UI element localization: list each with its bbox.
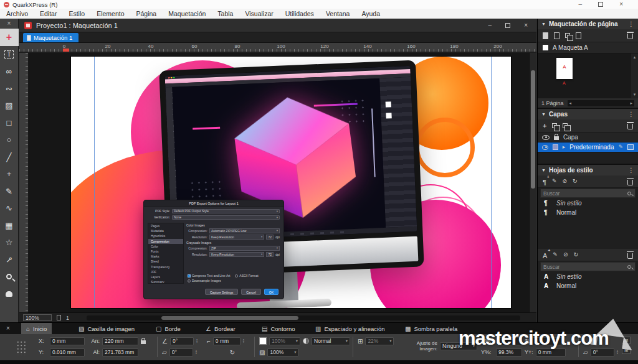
tab-maquetacion-1[interactable]: Maquetación 1 bbox=[23, 33, 79, 42]
scale-dropdown[interactable]: 22%▾ bbox=[365, 337, 394, 345]
minimize-button[interactable]: – bbox=[579, 1, 583, 7]
tab-bordear[interactable]: ∠Bordear bbox=[201, 323, 240, 334]
character-style-search[interactable] bbox=[540, 262, 636, 271]
spinner[interactable]: ▴▾ bbox=[196, 338, 198, 344]
freehand-tool[interactable]: ∿ bbox=[0, 200, 19, 217]
merge-layer-icon[interactable] bbox=[563, 123, 568, 128]
edit-style-icon[interactable]: ✎ bbox=[552, 178, 557, 185]
menu-visualizar[interactable]: Visualizar bbox=[245, 10, 273, 17]
layer-select-icon[interactable] bbox=[627, 144, 634, 150]
doc-minimize-button[interactable]: – bbox=[488, 22, 492, 29]
rotation-field[interactable] bbox=[170, 337, 194, 345]
maximize-button[interactable] bbox=[598, 2, 603, 7]
text-tool[interactable]: T bbox=[0, 46, 19, 63]
blend-mode-dropdown[interactable]: Normal▾ bbox=[312, 337, 350, 345]
pasteboard[interactable]: PDF Export Options for Layout 1 PDF Styl… bbox=[29, 53, 529, 312]
menu-ayuda[interactable]: Ayuda bbox=[361, 10, 380, 17]
panel-menu-icon[interactable]: ⋮ bbox=[628, 167, 634, 174]
menu-elemento[interactable]: Elemento bbox=[97, 10, 124, 17]
y-field[interactable] bbox=[50, 348, 85, 357]
starburst-tool[interactable]: ☆ bbox=[0, 234, 19, 251]
tools-close-icon[interactable]: × bbox=[7, 19, 11, 29]
collapse-icon[interactable]: ▼ bbox=[541, 112, 546, 116]
trash-icon[interactable] bbox=[627, 253, 633, 259]
zoom-tool[interactable] bbox=[0, 268, 19, 286]
tab-borde[interactable]: ▢Borde bbox=[151, 323, 186, 334]
trash-icon[interactable] bbox=[627, 124, 633, 129]
duplicate-layer-icon[interactable] bbox=[552, 123, 557, 128]
horizontal-scroll-thumb[interactable] bbox=[161, 316, 298, 320]
page-properties-icon[interactable] bbox=[576, 32, 581, 39]
page-thumbnails[interactable]: A A ▴ ▾ bbox=[538, 54, 638, 98]
new-page-icon[interactable] bbox=[543, 32, 548, 39]
lock-icon[interactable] bbox=[554, 136, 559, 140]
opacity-dropdown[interactable]: 100%▾ bbox=[269, 337, 300, 345]
collapse-icon[interactable]: ▼ bbox=[541, 22, 546, 26]
new-paragraph-style-icon[interactable]: ¶ bbox=[543, 179, 546, 186]
picture-opacity-dropdown[interactable]: 100%▾ bbox=[267, 348, 298, 357]
paragraph-style-search[interactable] bbox=[540, 189, 636, 198]
tab-inicio[interactable]: ⌂Inicio bbox=[21, 323, 52, 334]
height-field[interactable] bbox=[102, 348, 138, 357]
close-button[interactable]: × bbox=[619, 1, 623, 7]
trash-icon[interactable] bbox=[627, 34, 633, 39]
horizontal-scrollbar[interactable] bbox=[87, 315, 520, 320]
visibility-icon[interactable] bbox=[542, 145, 548, 150]
paragraph-style-row[interactable]: ¶ Normal bbox=[538, 208, 638, 217]
item-tool[interactable]: + bbox=[0, 29, 19, 46]
expand-icon[interactable]: ▸ bbox=[563, 144, 566, 151]
no-style-icon[interactable]: ⊘ bbox=[562, 178, 567, 185]
master-page-icon[interactable] bbox=[554, 32, 559, 39]
menu-utilidades[interactable]: Utilidades bbox=[285, 10, 314, 17]
spinner[interactable]: ▴▾ bbox=[196, 350, 197, 355]
rotate-icon[interactable]: ↻ bbox=[230, 349, 235, 356]
doc-close-button[interactable]: × bbox=[524, 22, 528, 29]
x-field[interactable] bbox=[50, 337, 85, 345]
edit-layer-icon[interactable]: ✎ bbox=[618, 144, 623, 151]
fill-color-swatch[interactable] bbox=[259, 337, 267, 345]
menu-maquetacion[interactable]: Maquetación bbox=[168, 10, 206, 17]
skew-field[interactable] bbox=[169, 348, 193, 357]
panel-menu-icon[interactable]: ⋮ bbox=[628, 21, 634, 27]
width-field[interactable] bbox=[102, 337, 138, 345]
bezier-pen-tool[interactable]: ✎ bbox=[0, 183, 19, 200]
search-input[interactable] bbox=[541, 264, 627, 270]
update-style-icon[interactable]: ↻ bbox=[573, 251, 578, 258]
collapse-icon[interactable]: ▼ bbox=[541, 168, 546, 172]
tab-casilla-imagen[interactable]: ▨Casilla de imagen bbox=[74, 323, 140, 334]
new-layer-icon[interactable]: + bbox=[543, 123, 546, 129]
stylesheets-header[interactable]: ▼ Hojas de estilo ⋮ bbox=[538, 165, 638, 175]
paragraph-style-row[interactable]: ¶ Sin estilo bbox=[538, 198, 638, 208]
menu-archivo[interactable]: Archivo bbox=[6, 10, 28, 17]
menu-editar[interactable]: Editar bbox=[40, 10, 57, 17]
image-box-tool[interactable]: ▨ bbox=[0, 97, 19, 114]
spinner[interactable]: ▴▾ bbox=[243, 338, 244, 344]
duplicate-page-icon[interactable] bbox=[565, 33, 570, 38]
linking-tool[interactable]: ∞ bbox=[0, 63, 19, 80]
tab-sombra-paralela[interactable]: ▩Sombra paralela bbox=[400, 323, 462, 334]
layers-header[interactable]: ▼ Capas ⋮ bbox=[538, 109, 638, 119]
master-page-row[interactable]: A Maqueta A bbox=[538, 42, 638, 54]
zoom-field[interactable] bbox=[23, 314, 52, 321]
corner-radius-field[interactable] bbox=[213, 337, 240, 345]
unlinking-tool[interactable]: ∾ bbox=[0, 80, 19, 98]
oval-tool[interactable]: ○ bbox=[0, 131, 19, 149]
menu-estilo[interactable]: Estilo bbox=[69, 10, 85, 17]
new-character-style-icon[interactable]: A bbox=[543, 252, 547, 259]
scroll-right-icon[interactable]: ▸ bbox=[630, 101, 632, 106]
menu-ventana[interactable]: Ventana bbox=[326, 10, 350, 17]
menu-tabla[interactable]: Tabla bbox=[217, 10, 233, 17]
vertical-scrollbar[interactable] bbox=[529, 53, 536, 312]
document-titlebar[interactable]: Proyecto1 : Maquetación 1 – × bbox=[19, 19, 536, 32]
scroll-up-icon[interactable]: ▴ bbox=[634, 55, 636, 60]
update-style-icon[interactable]: ↻ bbox=[573, 178, 578, 185]
pan-tool[interactable] bbox=[0, 286, 19, 303]
trash-icon[interactable] bbox=[627, 180, 633, 185]
thumb-scrollbar[interactable]: ▴ ▾ bbox=[631, 54, 638, 98]
character-style-row[interactable]: A Sin estilo bbox=[538, 272, 638, 281]
move-tool[interactable]: + bbox=[0, 166, 19, 183]
doc-maximize-button[interactable] bbox=[505, 23, 510, 28]
layer-row-default[interactable]: ▸ Predeterminada ✎ bbox=[538, 142, 638, 152]
scroll-down-icon[interactable]: ▾ bbox=[634, 92, 636, 97]
visibility-icon[interactable] bbox=[542, 135, 550, 140]
